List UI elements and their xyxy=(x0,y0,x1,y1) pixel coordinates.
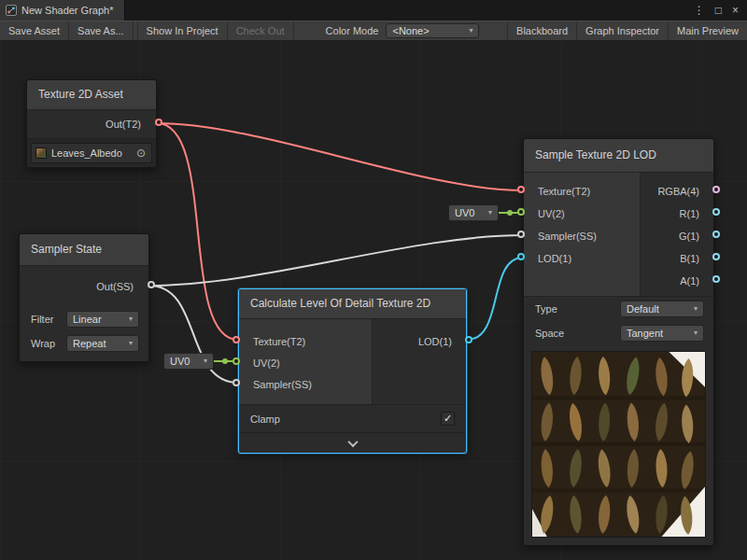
save-asset-button[interactable]: Save Asset xyxy=(0,21,69,40)
port-label: Texture(T2) xyxy=(239,336,305,347)
input-port-panel: Texture(T2) UV(2) Sampler(SS) LOD(1) xyxy=(524,173,641,296)
port-in-uv[interactable] xyxy=(233,357,240,365)
port-label: B(1) xyxy=(680,253,713,264)
port-label-out-ss: Out(SS) xyxy=(96,281,134,292)
port-out-b[interactable] xyxy=(712,253,720,260)
port-row: Texture(T2) xyxy=(239,330,372,352)
space-label: Space xyxy=(535,328,564,339)
port-label: G(1) xyxy=(679,231,713,242)
wire-lod-to-sample-lod[interactable] xyxy=(467,258,523,340)
filter-row: Filter Linear ▾ xyxy=(20,307,148,331)
filter-label: Filter xyxy=(31,314,53,325)
wire-texture-to-calc-lod[interactable] xyxy=(157,123,238,340)
uv-channel-dropdown-sample[interactable]: UV0 ▾ xyxy=(448,204,499,221)
texture-field-area: Leaves_Albedo ⊙ xyxy=(27,138,156,167)
port-in-texture2d[interactable] xyxy=(517,186,525,193)
node-title[interactable]: Texture 2D Asset xyxy=(27,80,156,110)
save-as-button[interactable]: Save As... xyxy=(69,21,134,40)
port-out-r[interactable] xyxy=(712,208,720,216)
chevron-down-icon xyxy=(347,436,358,446)
node-texture-2d-asset[interactable]: Texture 2D Asset Out(T2) Leaves_Albedo ⊙ xyxy=(26,79,157,168)
check-out-button[interactable]: Check Out xyxy=(228,21,294,40)
node-calculate-lod-texture-2d[interactable]: Calculate Level Of Detail Texture 2D Tex… xyxy=(238,288,467,454)
shader-graph-icon xyxy=(6,5,17,16)
port-out-samplerstate[interactable] xyxy=(148,281,155,288)
wire-texture-to-sample-lod[interactable] xyxy=(157,123,523,190)
node-title[interactable]: Calculate Level Of Detail Texture 2D xyxy=(239,289,466,319)
node-sampler-state[interactable]: Sampler State Out(SS) Filter Linear ▾ Wr… xyxy=(19,233,149,362)
uv-channel-dropdown-calc[interactable]: UV0 ▾ xyxy=(163,353,214,370)
window-tab[interactable]: New Shader Graph* xyxy=(0,0,125,21)
node-title[interactable]: Sample Texture 2D LOD xyxy=(524,139,713,173)
window-title: New Shader Graph* xyxy=(21,5,113,16)
port-label: Texture(T2) xyxy=(524,186,590,197)
port-row-out-t2: Out(T2) xyxy=(27,110,156,138)
port-label: UV(2) xyxy=(524,208,565,219)
port-row: UV(2) xyxy=(524,203,640,225)
texture-object-field[interactable]: Leaves_Albedo ⊙ xyxy=(31,143,152,163)
uv-channel-value: UV0 xyxy=(170,356,190,367)
blackboard-toggle-button[interactable]: Blackboard xyxy=(507,21,576,40)
color-mode-label: Color Mode xyxy=(318,21,387,40)
chevron-down-icon: ▾ xyxy=(129,340,133,347)
output-port-panel: RGBA(4) R(1) G(1) B(1) xyxy=(641,173,713,296)
port-label: LOD(1) xyxy=(418,336,466,347)
wire-sampler-to-sample-lod[interactable] xyxy=(149,235,523,286)
port-row: RGBA(4) xyxy=(641,180,713,203)
graph-inspector-toggle-button[interactable]: Graph Inspector xyxy=(576,21,668,40)
port-in-sampler[interactable] xyxy=(233,379,240,386)
port-label: Sampler(SS) xyxy=(524,231,597,242)
wrap-value: Repeat xyxy=(73,338,106,349)
uv-connector-dot xyxy=(222,358,228,364)
space-value: Tangent xyxy=(627,328,663,339)
close-icon[interactable]: × xyxy=(732,4,739,17)
menu-icon[interactable]: ⋮ xyxy=(694,4,705,17)
port-in-lod[interactable] xyxy=(517,253,525,260)
port-row: G(1) xyxy=(641,225,713,247)
output-port-panel: LOD(1) xyxy=(373,319,466,404)
uv-connector-dot xyxy=(507,210,513,216)
clamp-row: Clamp ✓ xyxy=(239,404,466,432)
window-controls: ⋮ □ × xyxy=(694,0,747,21)
port-out-texture2d[interactable] xyxy=(155,119,162,126)
color-mode-dropdown[interactable]: <None> ▾ xyxy=(386,23,479,38)
chevron-down-icon: ▾ xyxy=(204,357,207,365)
show-in-project-button[interactable]: Show In Project xyxy=(137,21,228,40)
type-dropdown[interactable]: Default ▾ xyxy=(620,301,704,317)
toolbar: Save Asset Save As... Show In Project Ch… xyxy=(0,21,747,41)
chevron-down-icon: ▾ xyxy=(469,27,472,35)
clamp-label: Clamp xyxy=(250,413,280,425)
port-in-uv[interactable] xyxy=(517,208,525,216)
graph-canvas[interactable]: Texture 2D Asset Out(T2) Leaves_Albedo ⊙… xyxy=(0,41,747,560)
port-out-a[interactable] xyxy=(712,275,720,283)
color-mode-value: <None> xyxy=(392,25,429,36)
port-row: Texture(T2) xyxy=(524,180,640,203)
port-row: R(1) xyxy=(641,203,713,225)
maximize-icon[interactable]: □ xyxy=(715,4,722,17)
wrap-dropdown[interactable]: Repeat ▾ xyxy=(66,335,139,352)
space-dropdown[interactable]: Tangent ▾ xyxy=(620,325,704,342)
node-sample-texture-2d-lod[interactable]: Sample Texture 2D LOD Texture(T2) UV(2) … xyxy=(523,138,714,546)
texture-thumbnail xyxy=(35,147,47,159)
clamp-checkbox[interactable]: ✓ xyxy=(441,412,455,426)
port-in-sampler[interactable] xyxy=(517,231,525,238)
port-in-texture2d[interactable] xyxy=(233,336,240,343)
uv-channel-value: UV0 xyxy=(455,207,474,218)
chevron-down-icon: ▾ xyxy=(129,315,133,323)
main-preview-toggle-button[interactable]: Main Preview xyxy=(668,21,747,40)
port-row: UV(2) xyxy=(239,352,372,373)
collapse-bar[interactable] xyxy=(239,432,466,453)
node-title[interactable]: Sampler State xyxy=(20,234,148,266)
port-out-lod[interactable] xyxy=(465,336,472,343)
object-picker-icon[interactable]: ⊙ xyxy=(134,147,148,159)
port-out-rgba[interactable] xyxy=(712,186,720,193)
port-row: B(1) xyxy=(641,247,713,270)
wrap-label: Wrap xyxy=(31,338,55,349)
input-port-panel: Texture(T2) UV(2) Sampler(SS) xyxy=(239,319,373,404)
chevron-down-icon: ▾ xyxy=(488,209,492,217)
texture-name: Leaves_Albedo xyxy=(51,147,122,159)
type-row: Type Default ▾ xyxy=(524,297,713,321)
filter-dropdown[interactable]: Linear ▾ xyxy=(66,311,139,328)
port-out-g[interactable] xyxy=(712,231,720,238)
port-label-out-t2: Out(T2) xyxy=(106,119,141,130)
